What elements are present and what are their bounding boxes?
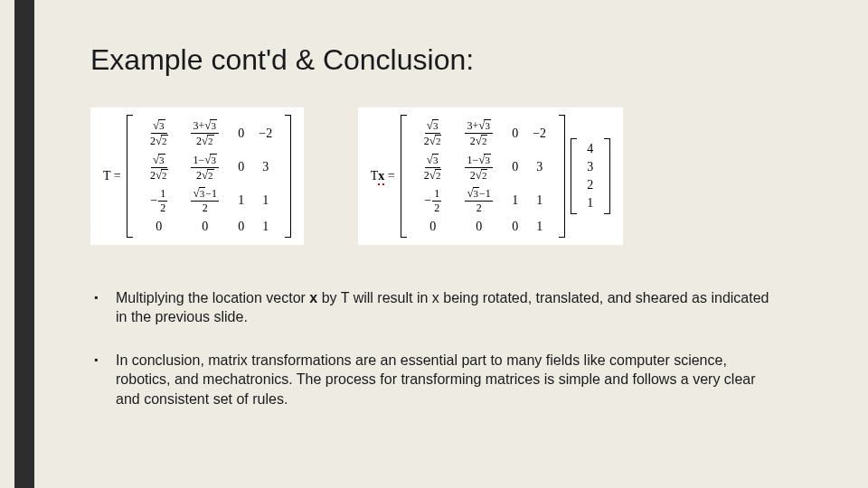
bullet-list: Multiplying the location vector x by T w… <box>90 288 832 409</box>
matrix-T: T = 322 3+322 0 −2 322 1−322 0 3 <box>90 108 304 245</box>
vector-x: 4 3 2 1 <box>571 138 610 214</box>
bullet-1: Multiplying the location vector x by T w… <box>90 288 778 327</box>
slide-content: Example cont'd & Conclusion: T = 322 3+3… <box>90 43 832 433</box>
matrix-Tx: Tx = 322 3+322 0 −2 322 1−322 0 3 <box>358 108 623 245</box>
lhs-T: T = <box>103 169 121 183</box>
matrix-Tx-body: 322 3+322 0 −2 322 1−322 0 3 −12 3−12 <box>401 115 565 238</box>
slide-title: Example cont'd & Conclusion: <box>90 43 832 77</box>
math-row: T = 322 3+322 0 −2 322 1−322 0 3 <box>90 108 832 245</box>
lhs-Tx: Tx = <box>371 169 395 183</box>
matrix-T-body: 322 3+322 0 −2 322 1−322 0 3 −12 3−12 <box>127 115 291 238</box>
bullet-2: In conclusion, matrix transformations ar… <box>90 351 778 409</box>
accent-bar <box>14 0 34 488</box>
